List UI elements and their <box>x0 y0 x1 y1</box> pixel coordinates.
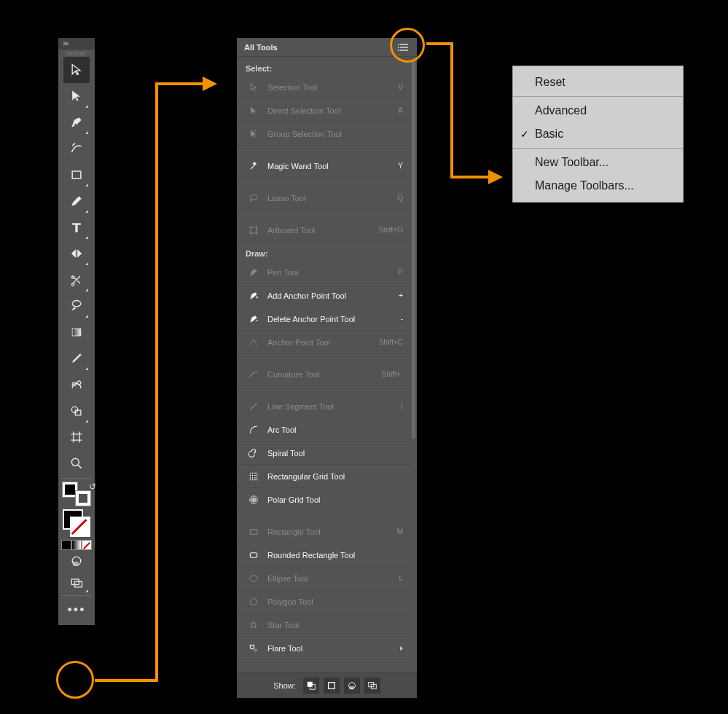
item-shortcut: + <box>399 291 403 299</box>
pen-plus-icon <box>247 289 260 302</box>
shape-builder-tool[interactable] <box>63 398 90 424</box>
pen-minus-icon <box>247 313 260 326</box>
flyout-indicator-icon <box>400 646 403 651</box>
pen-tool[interactable] <box>63 109 90 136</box>
item-pen-tool[interactable]: Pen Tool P <box>237 261 410 284</box>
item-delete-anchor-tool[interactable]: Delete Anchor Point Tool - <box>237 307 410 331</box>
edit-toolbar-button[interactable]: ••• <box>63 599 90 621</box>
zoom-tool[interactable] <box>63 450 90 476</box>
curvature-icon <box>247 368 260 381</box>
svg-rect-16 <box>250 552 257 557</box>
show-screen-modes[interactable] <box>364 678 380 694</box>
toolbar-flyout-menu: Reset Advanced Basic New Toolbar... Mana… <box>512 66 684 203</box>
menuitem-reset[interactable]: Reset <box>513 71 683 94</box>
item-label: Flare Tool <box>267 644 396 653</box>
menuitem-label: Reset <box>535 76 565 89</box>
item-polygon-tool[interactable]: Polygon Tool <box>237 590 410 613</box>
svg-marker-28 <box>488 170 503 184</box>
pen-nib-icon <box>247 266 260 279</box>
flare-icon <box>247 642 260 655</box>
item-anchor-point-tool[interactable]: Anchor Point Tool Shift+C <box>237 331 410 354</box>
scissors-tool[interactable] <box>63 267 90 293</box>
show-draw-modes[interactable] <box>344 678 360 694</box>
item-artboard-tool[interactable]: Artboard Tool Shift+O <box>237 219 410 242</box>
item-shortcut: Shift+` <box>382 370 403 378</box>
menuitem-advanced[interactable]: Advanced <box>513 99 683 122</box>
item-shortcut: Y <box>398 162 403 170</box>
item-lasso-tool[interactable]: Lasso Tool Q <box>237 187 410 210</box>
width-tool[interactable] <box>63 293 90 319</box>
gradient-tool[interactable] <box>63 319 90 345</box>
screen-mode[interactable] <box>63 572 90 594</box>
menuitem-manage-toolbars[interactable]: Manage Toolbars... <box>513 174 683 197</box>
item-curvature-tool[interactable]: Curvature Tool Shift+` <box>237 363 410 386</box>
draw-normal-mode[interactable] <box>63 550 90 572</box>
item-rounded-rectangle-tool[interactable]: Rounded Rectangle Tool <box>237 544 410 567</box>
all-tools-scrollbar[interactable] <box>412 60 415 439</box>
collapse-chevrons-icon: >> <box>63 40 68 47</box>
artboard-tool[interactable] <box>63 424 90 450</box>
item-label: Delete Anchor Point Tool <box>267 315 396 323</box>
item-shortcut: L <box>399 574 403 582</box>
svg-point-11 <box>398 50 399 51</box>
item-label: Spiral Tool <box>267 449 403 458</box>
item-shortcut: M <box>397 527 403 536</box>
svg-rect-15 <box>250 529 257 534</box>
curvature-tool[interactable] <box>63 136 90 162</box>
fill-stroke-swatches[interactable]: ↺ <box>62 482 91 506</box>
rotate-tool[interactable] <box>63 240 90 267</box>
item-line-segment-tool[interactable]: Line Segment Tool \ <box>237 395 410 418</box>
item-magic-wand-tool[interactable]: Magic Wand Tool Y <box>237 154 410 178</box>
item-label: Group Selection Tool <box>267 130 403 138</box>
arc-icon <box>247 423 260 436</box>
item-ellipse-tool[interactable]: Ellipse Tool L <box>237 567 410 590</box>
stroke-swatch[interactable] <box>75 490 91 506</box>
paintbrush-tool[interactable] <box>63 188 90 214</box>
all-tools-title: All Tools <box>244 43 278 52</box>
item-direct-selection-tool[interactable]: Direct Selection Tool A <box>237 99 410 122</box>
item-flare-tool[interactable]: Flare Tool <box>237 637 410 660</box>
item-shortcut: V <box>398 83 403 91</box>
item-group-selection-tool[interactable]: Group Selection Tool <box>237 122 410 146</box>
item-shortcut: Shift+O <box>378 226 403 234</box>
arrow-cursor-icon <box>69 63 84 77</box>
toolbar-collapse[interactable]: >> <box>58 38 95 50</box>
default-fill-stroke[interactable] <box>63 509 90 537</box>
color-mode-gradient[interactable] <box>71 540 82 550</box>
toolbar-grip[interactable] <box>58 50 95 57</box>
menuitem-new-toolbar[interactable]: New Toolbar... <box>513 151 683 174</box>
reflect-icon <box>69 246 84 261</box>
color-mode-solid[interactable] <box>61 540 71 550</box>
svg-point-19 <box>254 649 257 651</box>
eyedropper-tool[interactable] <box>63 345 90 372</box>
blend-tool[interactable] <box>63 372 90 398</box>
item-polar-grid-tool[interactable]: Polar Grid Tool <box>237 488 410 511</box>
item-spiral-tool[interactable]: Spiral Tool <box>237 442 410 465</box>
item-shortcut: P <box>398 268 403 276</box>
item-arc-tool[interactable]: Arc Tool <box>237 418 410 442</box>
rectangle-tool[interactable] <box>63 162 90 188</box>
direct-selection-tool[interactable] <box>63 83 90 109</box>
show-color-modes[interactable] <box>324 678 340 694</box>
selection-tool[interactable] <box>63 57 90 83</box>
item-rectangular-grid-tool[interactable]: Rectangular Grid Tool <box>237 465 410 488</box>
panel-menu-icon[interactable] <box>398 43 410 52</box>
menuitem-basic[interactable]: Basic <box>513 122 683 146</box>
swap-fill-stroke-icon[interactable]: ↺ <box>89 482 96 492</box>
item-label: Selection Tool <box>267 83 394 92</box>
large-stroke-none-swatch[interactable] <box>70 517 90 537</box>
item-label: Curvature Tool <box>267 370 377 379</box>
show-fill-stroke[interactable] <box>303 678 319 694</box>
color-mode-none[interactable] <box>82 540 92 550</box>
item-selection-tool[interactable]: Selection Tool V <box>237 76 410 99</box>
item-label: Magic Wand Tool <box>267 162 394 170</box>
item-label: Arc Tool <box>267 425 403 434</box>
item-add-anchor-tool[interactable]: Add Anchor Point Tool + <box>237 284 410 307</box>
item-rectangle-tool[interactable]: Rectangle Tool M <box>237 520 410 544</box>
annotation-circle-bottom <box>56 661 94 699</box>
type-tool[interactable] <box>63 214 90 240</box>
item-star-tool[interactable]: Star Tool <box>237 613 410 637</box>
svg-rect-6 <box>73 562 79 566</box>
scissors-icon <box>69 272 84 287</box>
menuitem-label: Manage Toolbars... <box>535 179 634 192</box>
